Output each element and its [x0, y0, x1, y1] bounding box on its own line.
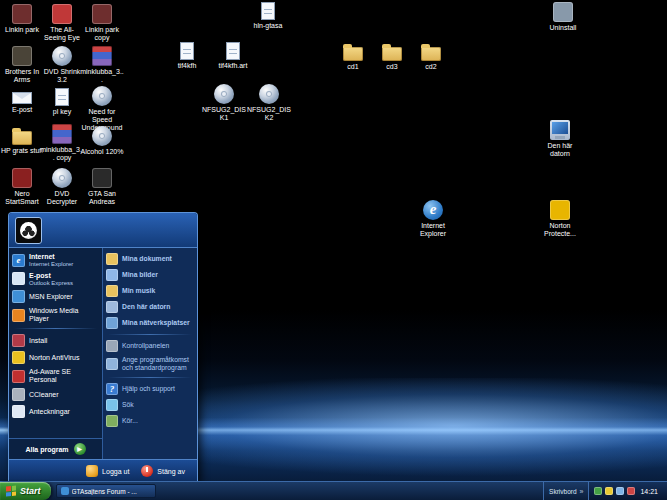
- windows-flag-icon: [6, 485, 16, 496]
- start-menu-item-label: Windows Media Player: [29, 307, 99, 323]
- start-menu-item[interactable]: Norton AntiVirus: [9, 349, 102, 366]
- start-menu-item[interactable]: Ange programåtkomst och standardprogram: [103, 354, 197, 374]
- start-menu-item[interactable]: Mina nätverksplatser: [103, 315, 197, 331]
- desktop-icon-label: tif4kfh: [165, 62, 209, 70]
- desktop-icon[interactable]: The All-Seeing Eye: [40, 4, 84, 42]
- start-menu-item-sublabel: Outlook Express: [29, 280, 73, 287]
- desktop-icon-label: minklubba_3... copy: [40, 146, 84, 162]
- winrar-archive-icon: [52, 124, 72, 144]
- start-menu-item-label: Den här datorn: [122, 303, 170, 311]
- desktop-icon[interactable]: Brothers In Arms: [0, 46, 44, 84]
- all-programs-label: Alla program: [25, 446, 68, 453]
- tray-alert-icon[interactable]: [627, 487, 635, 495]
- start-menu-item[interactable]: Mina dokument: [103, 251, 197, 267]
- desktop-icon[interactable]: Internet Explorer: [411, 200, 455, 238]
- desktop-icon[interactable]: cd2: [409, 42, 453, 71]
- start-menu-item[interactable]: eInternetInternet Explorer: [9, 251, 102, 270]
- tray-antivirus-icon[interactable]: [605, 487, 613, 495]
- linkin-park-icon: [12, 4, 32, 24]
- desktop-icon-label: pl key: [40, 108, 84, 116]
- start-menu-item[interactable]: Kör...: [103, 413, 197, 429]
- folder-icon: [421, 47, 441, 61]
- internet-explorer-icon: [423, 200, 443, 220]
- desktop-icon[interactable]: minklubba_3...: [80, 46, 124, 84]
- start-button[interactable]: Start: [0, 482, 51, 500]
- menu-separator: [108, 377, 192, 378]
- start-menu-item[interactable]: MSN Explorer: [9, 288, 102, 305]
- start-menu-item[interactable]: Den här datorn: [103, 299, 197, 315]
- desktop-icon[interactable]: Alcohol 120%: [80, 126, 124, 156]
- desktop-icon[interactable]: DVD Shrink 3.2: [40, 46, 84, 84]
- desktop-icon[interactable]: Linkin park: [0, 4, 44, 34]
- desktop-icon[interactable]: E-post: [0, 88, 44, 114]
- desktop-icon[interactable]: cd1: [331, 42, 375, 71]
- my-pictures-icon: [106, 269, 118, 281]
- desktop-icon[interactable]: GTA San Andreas: [80, 168, 124, 206]
- start-menu-item-label: Sök: [122, 401, 134, 409]
- desktop-icon[interactable]: DVD Decrypter: [40, 168, 84, 206]
- dvd-decrypter-icon: [52, 168, 72, 188]
- start-menu-item-label: Mina dokument: [122, 255, 172, 263]
- desktop-icon[interactable]: Norton Protecte...: [538, 200, 582, 238]
- hln-gtasa-icon: [261, 2, 275, 20]
- all-programs-button[interactable]: Alla program: [9, 438, 102, 459]
- start-menu-item[interactable]: Mina bilder: [103, 267, 197, 283]
- network-places-icon: [106, 317, 118, 329]
- shut-down-button[interactable]: Stäng av: [141, 465, 185, 477]
- start-menu-item[interactable]: ?Hjälp och support: [103, 381, 197, 397]
- taskbar-clock[interactable]: 14:21: [638, 488, 662, 495]
- start-menu-item[interactable]: Anteckningar: [9, 403, 102, 420]
- tray-volume-icon[interactable]: [616, 487, 624, 495]
- start-menu-item[interactable]: E-postOutlook Express: [9, 270, 102, 289]
- log-off-button[interactable]: Logga ut: [86, 465, 129, 477]
- desktop-icon[interactable]: Nero StartSmart: [0, 168, 44, 206]
- menu-separator: [14, 328, 97, 329]
- start-menu-item[interactable]: CCleaner: [9, 386, 102, 403]
- desktop-icon[interactable]: hln-gtasa: [246, 2, 290, 30]
- desktop-icon[interactable]: pl key: [40, 88, 84, 116]
- start-menu-item[interactable]: Install: [9, 332, 102, 349]
- folder-icon: [12, 131, 32, 145]
- desktop-toolbar[interactable]: Skrivbord »: [543, 482, 588, 500]
- desktop-icon-label: cd3: [370, 63, 414, 71]
- desktop-icon[interactable]: NFSUG2_DISK2: [247, 84, 291, 122]
- chevron-icon[interactable]: »: [580, 488, 584, 495]
- nfsug2-disk1-icon: [214, 84, 234, 104]
- taskbar: Start GTAsajtens Forum - ... Skrivbord »…: [0, 481, 667, 500]
- start-menu-item[interactable]: Windows Media Player: [9, 305, 102, 325]
- desktop-icon-label: The All-Seeing Eye: [40, 26, 84, 42]
- start-menu-item[interactable]: Kontrollpanelen: [103, 338, 197, 354]
- folder-icon: [382, 47, 402, 61]
- my-computer-icon: [106, 301, 118, 313]
- nero-startsmart-icon: [12, 168, 32, 188]
- desktop-icon[interactable]: tif4kfh: [165, 42, 209, 70]
- start-menu-item[interactable]: Min musik: [103, 283, 197, 299]
- desktop-icon[interactable]: NFSUG2_DISK1: [202, 84, 246, 122]
- desktop-icon-label: hln-gtasa: [246, 22, 290, 30]
- start-menu-item-label: Kontrollpanelen: [122, 342, 169, 350]
- desktop-icon[interactable]: tif4kfh.art: [211, 42, 255, 70]
- tif4kfh-icon: [180, 42, 194, 60]
- soccer-ball-icon: [20, 222, 37, 239]
- tray-msn-icon[interactable]: [594, 487, 602, 495]
- task-button[interactable]: GTAsajtens Forum - ...: [56, 484, 156, 498]
- start-button-label: Start: [20, 486, 41, 496]
- start-menu-item-label: Ange programåtkomst och standardprogram: [122, 356, 194, 372]
- desktop-icon[interactable]: Den här datorn: [538, 120, 582, 158]
- desktop-icon[interactable]: Linkin park copy: [80, 4, 124, 42]
- desktop-icon-label: Alcohol 120%: [80, 148, 124, 156]
- desktop-icon[interactable]: cd3: [370, 42, 414, 71]
- start-menu-left-list: eInternetInternet ExplorerE-postOutlook …: [9, 251, 102, 438]
- start-menu-item-label: Norton AntiVirus: [29, 354, 79, 362]
- outlook-express-icon: [12, 272, 25, 285]
- desktop-icon-label: cd1: [331, 63, 375, 71]
- shut-down-label: Stäng av: [157, 468, 185, 475]
- start-menu-item[interactable]: Sök: [103, 397, 197, 413]
- desktop-icon[interactable]: minklubba_3... copy: [40, 124, 84, 162]
- start-menu-item-label: Install: [29, 337, 47, 345]
- desktop-icon[interactable]: Uninstall: [541, 2, 585, 32]
- desktop-icon-label: Linkin park copy: [80, 26, 124, 42]
- start-menu-item[interactable]: Ad-Aware SE Personal: [9, 366, 102, 386]
- desktop-icon-label: Brothers In Arms: [0, 68, 44, 84]
- desktop-icon[interactable]: HP grats stuff: [0, 126, 44, 155]
